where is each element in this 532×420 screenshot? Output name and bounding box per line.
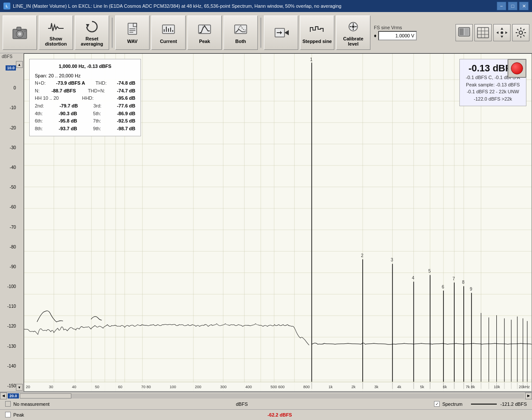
scroll-track — [20, 393, 524, 399]
both-label: Both — [235, 39, 246, 44]
spectrum-checkbox[interactable] — [434, 401, 440, 407]
record-indicator — [511, 62, 523, 74]
calibrate-icon — [345, 19, 362, 34]
x-label-6k: 6k — [443, 385, 447, 389]
dbfs-unit-label: dBFS — [236, 402, 248, 407]
nd-label: N+D: — [35, 80, 46, 87]
x-label-20: 20 — [26, 385, 30, 389]
svg-marker-41 — [505, 31, 508, 34]
svg-text:7: 7 — [453, 276, 455, 281]
h3-value: -77.6 dB — [117, 102, 135, 110]
peak-icon — [196, 21, 213, 37]
fs-vrms-input[interactable] — [378, 31, 417, 40]
minimize-button[interactable]: − — [497, 2, 506, 10]
peak-status-item: Peak — [5, 412, 24, 417]
grid-view-button[interactable] — [474, 24, 492, 41]
x-range-start[interactable]: 20.0 — [8, 393, 19, 399]
y-label-110: -110 — [7, 304, 16, 309]
show-distortion-label: Show distortion — [41, 36, 71, 46]
y-label-100: -100 — [7, 284, 16, 289]
display-toggle-button[interactable] — [456, 24, 473, 41]
calibrate-level-button[interactable]: Calibrate level — [336, 15, 370, 50]
h3-label: 3rd: — [93, 102, 101, 110]
h2-label: 2nd: — [35, 102, 44, 110]
hh-row: HH 10 .. 20 HHD: -95.6 dB — [35, 95, 135, 102]
thdn-label: THD+N: — [88, 87, 105, 95]
y-scroll-down-button[interactable]: ▼ — [16, 384, 23, 391]
svg-point-43 — [519, 31, 523, 34]
x-label-4k: 4k — [397, 385, 401, 389]
h8-value: -93.7 dB — [59, 125, 77, 133]
peak-checkbox[interactable] — [5, 412, 11, 417]
nd-row: N+D: -73.9 dBFS A THD: -74.8 dB — [35, 80, 135, 87]
x-label-7k: 7k 8k — [466, 385, 475, 389]
svg-point-42 — [501, 31, 503, 34]
camera-button[interactable] — [3, 15, 37, 50]
chart-container[interactable]: 1 2 3 4 5 6 7 8 — [24, 53, 532, 392]
close-button[interactable]: ✕ — [519, 2, 529, 10]
camera-icon — [11, 25, 28, 40]
peak-button[interactable]: Peak — [187, 15, 222, 50]
y-label-40: -40 — [10, 165, 16, 170]
both-icon — [232, 21, 249, 37]
svg-rect-32 — [465, 28, 469, 35]
x-label-300: 300 — [220, 385, 226, 389]
svg-text:5: 5 — [428, 269, 431, 273]
x-label-800: 800 — [303, 385, 310, 389]
fs-vrms-label: FS sine Vrms — [374, 25, 417, 30]
action-button[interactable] — [264, 15, 298, 50]
x-label-1k: 1k — [329, 385, 333, 389]
stepped-sine-button[interactable]: Stepped sine — [300, 15, 334, 50]
settings-button[interactable] — [512, 24, 529, 41]
reset-icon — [83, 19, 101, 34]
svg-text:1: 1 — [310, 57, 312, 61]
no-measurement-checkbox[interactable] — [5, 401, 11, 407]
scroll-bar-horizontal[interactable]: ◀ 20.0 ▶ — [0, 392, 532, 399]
y-axis-unit-label: dBFS — [2, 54, 12, 59]
no-measurement-label: No measurement — [13, 402, 49, 407]
reset-averaging-label: Reset averaging — [77, 36, 107, 46]
status-bar-1: No measurement dBFS Spectrum -121.2 dBFS — [0, 399, 532, 410]
y-label-70: -70 — [10, 225, 16, 230]
current-label: Current — [160, 39, 177, 44]
svg-marker-21 — [284, 30, 289, 35]
scroll-right-button[interactable]: ▶ — [525, 392, 532, 399]
both-button[interactable]: Both — [223, 15, 258, 50]
toolbar-right — [456, 24, 529, 41]
y-scroll-up-button[interactable]: ▲ — [16, 61, 23, 68]
maximize-button[interactable]: □ — [508, 2, 517, 10]
x-label-5k: 5k — [420, 385, 424, 389]
app-icon: L — [3, 3, 10, 9]
record-button[interactable] — [508, 59, 526, 78]
y-label-90: -90 — [10, 264, 16, 269]
separator-2 — [260, 18, 261, 48]
move-button[interactable] — [493, 24, 511, 41]
h6-row: 6th: -95.8 dB 7th: -92.5 dB — [35, 117, 135, 125]
wav-button[interactable]: WAV — [115, 15, 150, 50]
h6-label: 6th: — [35, 117, 43, 125]
hhd-value: -95.6 dB — [117, 95, 135, 102]
x-label-60: 60 — [118, 385, 122, 389]
scroll-thumb[interactable] — [20, 393, 71, 399]
svg-text:9: 9 — [470, 287, 472, 291]
thd-value: -74.8 dB — [117, 80, 135, 87]
info-box-title: 1,000.00 Hz, -0.13 dBFS — [35, 63, 135, 71]
window-title: LINE_IN (Master Volume) L on EXCL: Line … — [13, 3, 497, 9]
reset-averaging-button[interactable]: Reset averaging — [75, 15, 109, 50]
n-label: N: — [35, 87, 40, 95]
distortion-icon — [47, 19, 64, 34]
wav-label: WAV — [127, 39, 138, 44]
main-area: dBFS ▲ 10.0 0 -10 -20 -30 -40 -50 -60 -7… — [0, 53, 532, 392]
svg-rect-4 — [24, 30, 26, 31]
calibrate-level-label: Calibrate level — [338, 36, 368, 46]
y-label-130: -130 — [7, 344, 16, 349]
scroll-left-button[interactable]: ◀ — [0, 392, 7, 399]
svg-rect-33 — [477, 28, 489, 38]
y-range-top[interactable]: 10.0 — [6, 65, 16, 71]
spectrum-db-value: -121.2 dBFS — [500, 402, 527, 407]
stepped-sine-icon — [309, 21, 326, 37]
current-button[interactable]: Current — [151, 15, 186, 50]
peak-db-status: -62.2 dBFS — [268, 412, 292, 417]
show-distortion-button[interactable]: Show distortion — [39, 15, 73, 50]
nd-value: -73.9 dBFS A — [56, 80, 85, 87]
